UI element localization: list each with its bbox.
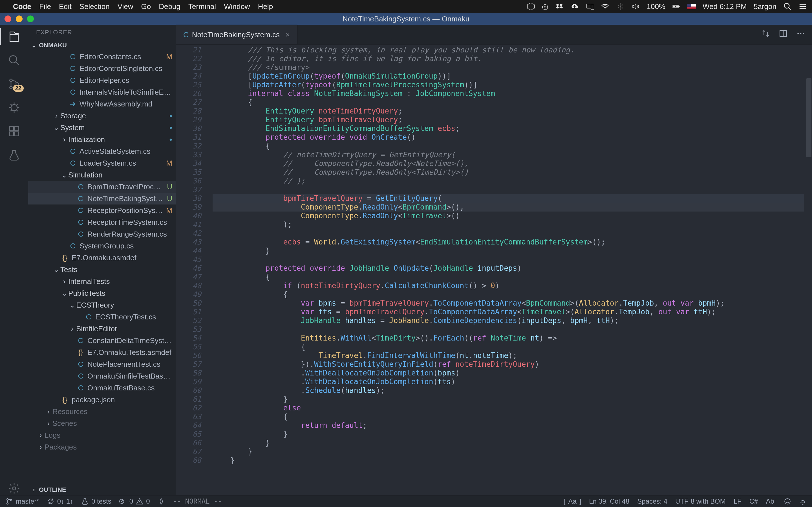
tree-file[interactable]: {}package.json — [28, 394, 175, 406]
unity-tray-icon[interactable] — [527, 2, 535, 11]
tree-folder[interactable]: ›Resources — [28, 406, 175, 417]
spotlight-icon[interactable] — [783, 2, 792, 11]
status-cursor[interactable]: Ln 39, Col 48 — [589, 497, 629, 505]
svg-point-24 — [800, 33, 802, 34]
status-problems[interactable]: 0 0 — [119, 497, 150, 505]
tree-file[interactable]: CLoaderSystem.csM — [28, 157, 175, 169]
menu-app[interactable]: Code — [13, 2, 31, 11]
tree-file[interactable]: CEditorControlSingleton.cs — [28, 62, 175, 74]
editor[interactable]: 2122232425262728293031323334353637383940… — [176, 45, 812, 495]
code-content[interactable]: /// This is blocking system, in real pla… — [213, 45, 812, 465]
tree-file[interactable]: CEditorConstants.csM — [28, 51, 175, 62]
menu-help[interactable]: Help — [258, 2, 273, 11]
volume-tray-icon[interactable] — [631, 2, 640, 11]
battery-percent[interactable]: 100% — [647, 2, 665, 11]
status-matchcase[interactable]: [Aa] — [564, 497, 581, 505]
compare-changes-icon[interactable] — [761, 29, 770, 40]
menubar-user[interactable]: 5argon — [754, 2, 776, 11]
activity-test[interactable] — [7, 148, 21, 162]
tree-file[interactable]: CECSTheoryTest.cs — [28, 311, 175, 323]
tree-file[interactable]: CSystemGroup.cs — [28, 240, 175, 252]
minimap[interactable] — [804, 45, 812, 495]
status-live-share[interactable] — [158, 498, 165, 505]
tray-icon[interactable]: ◎ — [542, 2, 548, 11]
tab-close-button[interactable]: × — [285, 31, 290, 40]
tree-file[interactable]: {}E7.Onmaku.Tests.asmdef — [28, 346, 175, 358]
tree-folder[interactable]: ⌄Simulation — [28, 169, 175, 181]
tree-folder[interactable]: ›Packages — [28, 441, 175, 453]
tree-file[interactable]: CInternalsVisibleToSimfileEditor.cs — [28, 86, 175, 98]
menubar-clock[interactable]: Wed 6:12 PM — [703, 2, 747, 11]
activity-debug[interactable] — [7, 101, 21, 114]
cloud-tray-icon[interactable] — [570, 2, 579, 11]
outline-header[interactable]: › OUTLINE — [28, 485, 175, 495]
status-eol[interactable]: LF — [733, 497, 742, 505]
menu-debug[interactable]: Debug — [159, 2, 181, 11]
status-bar: master* 0↓ 1↑ 0 tests 0 0 -- NORMAL -- [… — [0, 495, 812, 507]
tree-file[interactable]: CActiveStateSystem.cs — [28, 145, 175, 157]
tree-folder[interactable]: ⌄Tests — [28, 264, 175, 276]
status-branch[interactable]: master* — [6, 497, 39, 505]
tree-file[interactable]: COnmakuSimfileTestBase.cs — [28, 370, 175, 382]
menu-window[interactable]: Window — [224, 2, 250, 11]
window-minimize-button[interactable] — [16, 15, 22, 22]
status-feedback-icon[interactable] — [784, 498, 791, 505]
menu-edit[interactable]: Edit — [59, 2, 71, 11]
tree-file[interactable]: CRenderRangeSystem.cs — [28, 228, 175, 240]
tree-file[interactable]: CConstantDeltaTimeSystem.cs — [28, 335, 175, 346]
activity-explorer[interactable] — [7, 30, 21, 43]
sidebar-title: EXPLORER — [28, 25, 175, 40]
tree-file[interactable]: CNoteTimeBakingSystem.csU — [28, 193, 175, 205]
menu-terminal[interactable]: Terminal — [188, 2, 216, 11]
battery-tray-icon[interactable] — [672, 2, 680, 11]
wifi-tray-icon[interactable] — [601, 2, 609, 11]
tree-file[interactable]: CNotePlacementTest.cs — [28, 358, 175, 370]
input-source-icon[interactable] — [688, 2, 696, 11]
menu-file[interactable]: File — [39, 2, 51, 11]
status-tests[interactable]: 0 tests — [81, 497, 111, 505]
notification-center-icon[interactable] — [799, 2, 807, 11]
tree-folder[interactable]: ›Logs — [28, 429, 175, 441]
activity-settings[interactable] — [7, 482, 21, 495]
tree-folder[interactable]: ⌄ECSTheory — [28, 299, 175, 311]
status-sync[interactable]: 0↓ 1↑ — [47, 497, 73, 505]
scm-badge: 22 — [13, 85, 24, 92]
tree-folder[interactable]: ⌄PublicTests — [28, 287, 175, 299]
display-tray-icon[interactable] — [586, 2, 594, 11]
window-close-button[interactable] — [4, 15, 11, 22]
sidebar-section-header[interactable]: ⌄ ONMAKU — [28, 40, 175, 51]
tree-file[interactable]: CBpmTimeTravelProcessin...U — [28, 181, 175, 193]
activity-search[interactable] — [7, 54, 21, 67]
tree-folder[interactable]: ›SimfileEditor — [28, 323, 175, 335]
tree-folder[interactable]: ⌄System — [28, 122, 175, 133]
tree-file[interactable]: COnmakuTestBase.cs — [28, 382, 175, 394]
menu-go[interactable]: Go — [141, 2, 151, 11]
status-spellcheck[interactable]: Ab| — [766, 497, 776, 505]
tree-item-label: ECSTheoryTest.cs — [95, 313, 172, 321]
tree-folder[interactable]: ›Intialization — [28, 133, 175, 145]
activity-scm[interactable]: 22 — [7, 77, 21, 91]
asm-file-icon: {} — [76, 348, 85, 357]
menu-view[interactable]: View — [117, 2, 133, 11]
status-encoding[interactable]: UTF-8 with BOM — [675, 497, 726, 505]
status-language[interactable]: C# — [749, 497, 758, 505]
window-zoom-button[interactable] — [27, 15, 34, 22]
activity-extensions[interactable] — [7, 124, 21, 138]
dropbox-tray-icon[interactable] — [555, 2, 564, 11]
tree-file[interactable]: ➜WhyNewAssembly.md — [28, 98, 175, 110]
tree-folder[interactable]: ›Storage — [28, 110, 175, 122]
tree-folder[interactable]: ›InternalTests — [28, 276, 175, 287]
tree-file[interactable]: CReceptorPositionSystem.csM — [28, 205, 175, 216]
status-bell-icon[interactable] — [799, 498, 806, 505]
split-editor-icon[interactable] — [779, 29, 788, 40]
status-indent[interactable]: Spaces: 4 — [637, 497, 667, 505]
tab-active[interactable]: C NoteTimeBakingSystem.cs × — [176, 25, 297, 44]
bluetooth-tray-icon[interactable] — [616, 2, 624, 11]
tree-folder[interactable]: ›Scenes — [28, 417, 175, 429]
tree-file[interactable]: CReceptorTimeSystem.cs — [28, 216, 175, 228]
minimap-viewport[interactable] — [806, 78, 811, 157]
menu-selection[interactable]: Selection — [80, 2, 110, 11]
tree-file[interactable]: {}E7.Onmaku.asmdef — [28, 252, 175, 264]
more-actions-icon[interactable] — [796, 29, 805, 40]
tree-file[interactable]: CEditorHelper.cs — [28, 74, 175, 86]
